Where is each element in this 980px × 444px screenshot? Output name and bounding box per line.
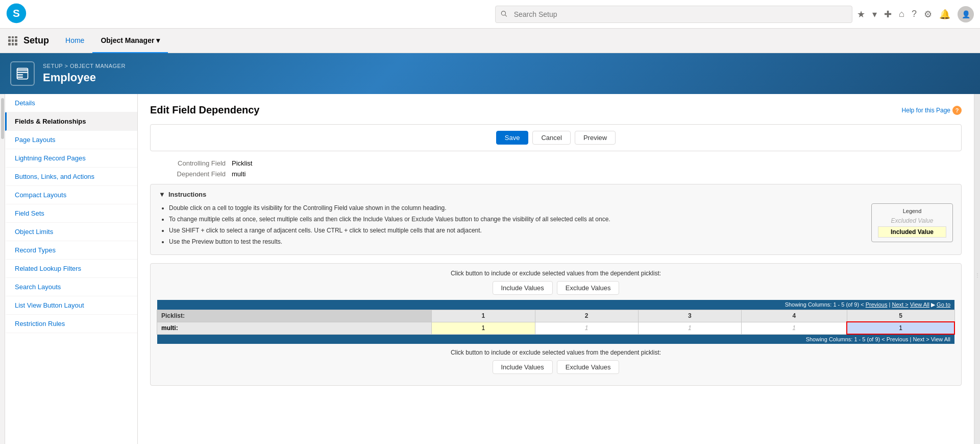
nav-goto-link[interactable]: Go to	[937, 301, 950, 308]
avatar[interactable]: 👤	[958, 6, 974, 22]
sidebar-item-field-sets[interactable]: Field Sets	[5, 204, 137, 223]
instruction-item-2: To change multiple cells at once, select…	[169, 215, 863, 224]
dep-table-info-top: Click button to include or exclude selec…	[157, 270, 955, 277]
cell-multi-1[interactable]: 1	[432, 322, 535, 334]
collapse-icon: ▼	[159, 191, 165, 198]
nav-previous-link[interactable]: Previous	[866, 301, 888, 308]
cell-multi-3[interactable]: 1	[638, 322, 741, 334]
search-icon	[500, 10, 507, 18]
dropdown-arrow-icon: ▾	[156, 36, 160, 44]
sidebar-item-object-limits[interactable]: Object Limits	[5, 223, 137, 241]
cell-multi-2[interactable]: 1	[535, 322, 638, 334]
row-label-multi: multi:	[157, 322, 432, 334]
sidebar-item-details[interactable]: Details	[5, 94, 137, 112]
second-nav: Setup Home Object Manager ▾	[0, 29, 980, 53]
save-button[interactable]: Save	[496, 131, 529, 145]
legend-included-value: Included Value	[878, 226, 946, 238]
instruction-item-3: Use SHIFT + click to select a range of a…	[169, 226, 863, 235]
table-header-row: Picklist: 1 2 3 4 5	[157, 310, 955, 322]
cancel-button[interactable]: Cancel	[532, 131, 570, 145]
controlling-field-value: Picklist	[232, 159, 252, 167]
sidebar-item-related-lookup-filters[interactable]: Related Lookup Filters	[5, 260, 137, 278]
col-header-3[interactable]: 3	[638, 310, 741, 322]
col-header-1[interactable]: 1	[432, 310, 535, 322]
nav-view-all-link-bottom[interactable]: View All	[931, 336, 950, 342]
sidebar-item-compact-layouts[interactable]: Compact Layouts	[5, 186, 137, 204]
nav-view-all-link[interactable]: View All	[910, 301, 929, 308]
nav-showing-bottom: Showing Columns: 1 - 5 (of 9)	[806, 336, 880, 342]
sidebar-item-record-types[interactable]: Record Types	[5, 241, 137, 260]
legend-box: Legend Excluded Value Included Value	[871, 203, 953, 242]
col-header-4[interactable]: 4	[742, 310, 847, 322]
legend-title: Legend	[878, 208, 946, 214]
app-name: Setup	[23, 35, 49, 46]
content-area: Edit Field Dependency Help for this Page…	[138, 94, 974, 444]
include-values-button-bottom[interactable]: Include Values	[493, 360, 553, 374]
dep-table-section: Click button to include or exclude selec…	[150, 263, 962, 386]
salesforce-logo[interactable]: S	[6, 3, 27, 25]
dep-table-info-text: Click button to include or exclude selec…	[451, 270, 661, 277]
instruction-item-1: Double click on a cell to toggle its vis…	[169, 203, 863, 213]
cell-multi-4[interactable]: 1	[742, 322, 847, 334]
include-exclude-row-top: Include Values Exclude Values	[157, 281, 955, 295]
instructions-list: Double click on a cell to toggle its vis…	[159, 203, 863, 248]
instructions-header[interactable]: ▼ Instructions	[159, 191, 953, 198]
sidebar-item-page-layouts[interactable]: Page Layouts	[5, 131, 137, 149]
breadcrumb: SETUP > OBJECT MANAGER	[43, 63, 126, 69]
grid-icon[interactable]	[8, 36, 17, 45]
search-bar	[495, 6, 852, 23]
tab-home[interactable]: Home	[57, 29, 92, 53]
svg-point-2	[501, 11, 505, 15]
main-layout: Details Fields & Relationships Page Layo…	[0, 94, 980, 444]
hero-text: SETUP > OBJECT MANAGER Employee	[43, 63, 126, 84]
hero-band: SETUP > OBJECT MANAGER Employee	[0, 53, 980, 94]
preview-button[interactable]: Preview	[575, 131, 616, 145]
home-icon[interactable]: ⌂	[899, 9, 904, 19]
svg-line-3	[505, 15, 506, 16]
sidebar-item-fields-relationships[interactable]: Fields & Relationships	[5, 112, 137, 131]
sidebar-item-list-view-button-layout[interactable]: List View Button Layout	[5, 296, 137, 315]
button-row: Save Cancel Preview	[150, 124, 962, 151]
sidebar-scrollbar[interactable]	[0, 94, 5, 444]
page-title: Edit Field Dependency	[150, 104, 259, 116]
sidebar-item-search-layouts[interactable]: Search Layouts	[5, 278, 137, 296]
nav-next-link[interactable]: Next >	[892, 301, 908, 308]
controlling-field-label: Controlling Field	[150, 159, 232, 167]
breadcrumb-object-manager[interactable]: OBJECT MANAGER	[70, 63, 126, 69]
top-nav-right: ★ ▾ ✚ ⌂ ? ⚙ 🔔 👤	[857, 6, 974, 22]
settings-icon[interactable]: ⚙	[924, 9, 932, 20]
include-exclude-row-bottom: Include Values Exclude Values	[157, 360, 955, 374]
exclude-values-button-bottom[interactable]: Exclude Values	[557, 360, 620, 374]
dependent-field-label: Dependent Field	[150, 170, 232, 178]
scrollbar-thumb	[1, 98, 4, 139]
nav-next-link-bottom[interactable]: Next >	[913, 336, 929, 342]
dropdown-icon[interactable]: ▾	[872, 9, 877, 20]
nav-showing: Showing Columns: 1 - 5 (of 9)	[785, 301, 860, 308]
help-link[interactable]: Help for this Page ?	[902, 106, 962, 115]
star-icon[interactable]: ★	[857, 9, 865, 20]
add-icon[interactable]: ✚	[884, 9, 892, 20]
breadcrumb-setup[interactable]: SETUP	[43, 63, 63, 69]
dependent-field-row: Dependent Field multi	[150, 170, 962, 178]
instruction-item-4: Use the Preview button to test the resul…	[169, 237, 863, 246]
sidebar-item-buttons-links-actions[interactable]: Buttons, Links, and Actions	[5, 168, 137, 186]
col-header-5[interactable]: 5	[847, 310, 954, 322]
bell-icon[interactable]: 🔔	[939, 9, 950, 20]
include-values-button-top[interactable]: Include Values	[493, 281, 553, 295]
search-input[interactable]	[495, 6, 852, 23]
tab-object-manager[interactable]: Object Manager ▾	[92, 29, 168, 53]
dep-table: Showing Columns: 1 - 5 (of 9) < Previous…	[157, 300, 955, 344]
sidebar-item-lightning-record-pages[interactable]: Lightning Record Pages	[5, 149, 137, 168]
col-header-2[interactable]: 2	[535, 310, 638, 322]
hero-title: Employee	[43, 71, 126, 84]
resize-handle[interactable]: ⋮	[974, 94, 980, 444]
dependent-field-value: multi	[232, 170, 246, 178]
exclude-values-button-top[interactable]: Exclude Values	[557, 281, 620, 295]
nav-previous-link-bottom[interactable]: Previous	[887, 336, 909, 342]
sidebar-item-restriction-rules[interactable]: Restriction Rules	[5, 315, 137, 333]
table-nav-row-bottom: Showing Columns: 1 - 5 (of 9) < Previous…	[157, 334, 955, 344]
cell-multi-5[interactable]: 1	[847, 322, 954, 334]
help-icon[interactable]: ?	[912, 9, 917, 19]
table-row: multi: 1 1 1 1 1	[157, 322, 955, 334]
svg-text:S: S	[13, 7, 20, 19]
